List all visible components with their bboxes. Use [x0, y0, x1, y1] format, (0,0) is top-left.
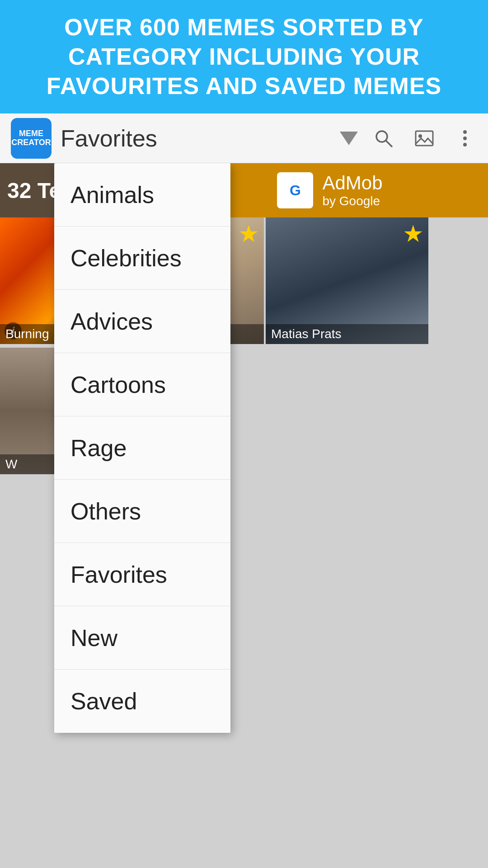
menu-item-rage[interactable]: Rage [54, 416, 230, 480]
top-banner: OVER 600 MEMES SORTED BY CATEGORY INCLUD… [0, 0, 488, 113]
svg-point-6 [463, 143, 467, 146]
menu-item-new[interactable]: New [54, 606, 230, 670]
dropdown-menu: Animals Celebrities Advices Cartoons Rag… [54, 163, 230, 733]
star-icon-iglesias: ★ [238, 222, 259, 245]
menu-item-saved-label: Saved [70, 688, 137, 715]
banner-text: OVER 600 MEMES SORTED BY CATEGORY INCLUD… [18, 13, 470, 101]
admob-g-letter: G [290, 182, 301, 199]
app-title: Favorites [61, 125, 340, 152]
menu-item-advices-label: Advices [70, 308, 153, 335]
app-bar-icons [371, 126, 477, 151]
logo-text-top: MEME [19, 129, 43, 138]
menu-item-celebrities[interactable]: Celebrities [54, 226, 230, 290]
admob-sub-text: by Google [322, 194, 382, 208]
more-button[interactable] [453, 126, 477, 151]
content-area: 32 Te G AdMob by Google i Burning ★ Igle… [0, 163, 488, 868]
menu-item-cartoons[interactable]: Cartoons [54, 353, 230, 416]
svg-rect-2 [416, 131, 433, 146]
thumbnail-matias[interactable]: ★ Matias Prats [266, 217, 428, 344]
search-button[interactable] [371, 126, 396, 151]
dropdown-arrow-icon[interactable] [340, 132, 358, 145]
svg-point-3 [418, 134, 422, 138]
svg-point-4 [463, 130, 467, 134]
menu-item-advices[interactable]: Advices [54, 290, 230, 353]
menu-item-favorites-label: Favorites [70, 561, 167, 588]
image-button[interactable] [412, 126, 436, 151]
app-bar: MEME CREATOR Favorites [0, 113, 488, 163]
search-icon [374, 128, 394, 148]
svg-line-1 [386, 141, 392, 146]
app-logo[interactable]: MEME CREATOR [11, 118, 52, 159]
thumb-label-matias: Matias Prats [266, 324, 428, 344]
menu-item-celebrities-label: Celebrities [70, 245, 182, 272]
more-icon [461, 128, 469, 148]
admob-text: AdMob [322, 172, 382, 194]
menu-item-animals[interactable]: Animals [54, 163, 230, 226]
menu-item-animals-label: Animals [70, 181, 154, 208]
menu-item-others-label: Others [70, 498, 141, 525]
logo-text-bottom: CREATOR [11, 138, 51, 147]
star-icon-matias: ★ [403, 222, 424, 245]
menu-item-cartoons-label: Cartoons [70, 371, 166, 398]
image-icon [414, 128, 434, 148]
menu-item-new-label: New [70, 624, 117, 651]
menu-item-saved[interactable]: Saved [54, 670, 230, 733]
menu-item-rage-label: Rage [70, 434, 127, 462]
menu-item-favorites[interactable]: Favorites [54, 543, 230, 606]
admob-logo: G [277, 172, 313, 208]
ad-left-text: 32 Te [7, 178, 61, 203]
svg-point-5 [463, 137, 467, 140]
menu-item-others[interactable]: Others [54, 480, 230, 543]
